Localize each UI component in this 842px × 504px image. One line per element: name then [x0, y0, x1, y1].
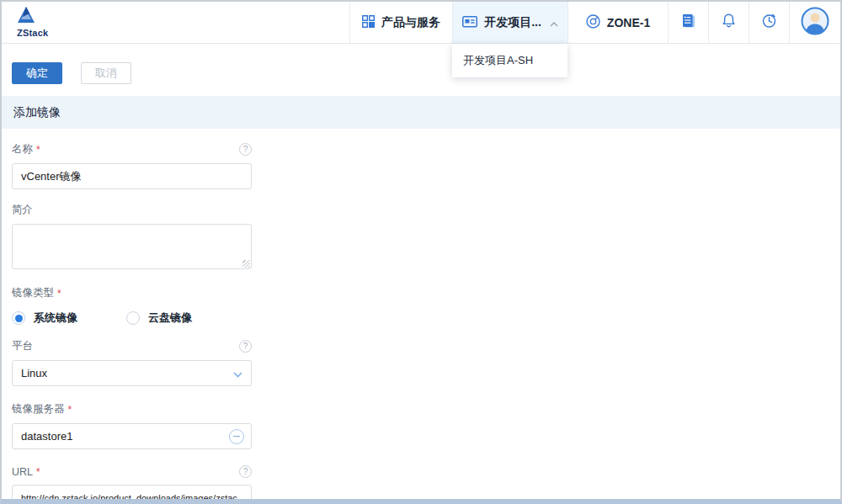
required-mark: *: [68, 404, 72, 416]
section-header: 添加镜像: [2, 96, 840, 129]
required-mark: *: [57, 288, 61, 300]
top-navbar: ZStack 产品与服务: [2, 2, 840, 44]
image-type-label: 镜像类型: [12, 286, 54, 300]
required-mark: *: [36, 144, 40, 156]
nav-user-menu[interactable]: [789, 2, 840, 43]
url-label: URL: [12, 466, 33, 478]
image-server-field[interactable]: datastore1: [12, 423, 252, 449]
zone-icon: [586, 14, 600, 31]
nav-products-services[interactable]: 产品与服务: [349, 2, 452, 43]
document-icon: [680, 13, 697, 33]
history-clock-icon: [761, 13, 777, 32]
chevron-down-icon: [233, 366, 242, 381]
radio-volume-image[interactable]: 云盘镜像: [126, 310, 192, 326]
platform-select[interactable]: Linux: [12, 360, 252, 386]
image-type-radio-group: 系统镜像 云盘镜像: [12, 310, 269, 326]
nav-zone-selector[interactable]: ZONE-1: [568, 2, 668, 43]
avatar: [801, 7, 829, 39]
description-textarea[interactable]: [12, 224, 252, 269]
page-title: 添加镜像: [13, 105, 61, 120]
nav-zone-label: ZONE-1: [607, 16, 650, 29]
description-label-row: 简介: [12, 203, 252, 217]
project-dropdown-item[interactable]: 开发项目A-SH: [452, 47, 568, 74]
app-window: ZStack 产品与服务: [0, 0, 842, 504]
zstack-logo-text: ZStack: [17, 28, 48, 38]
url-label-row: URL * ?: [12, 465, 252, 478]
name-label-row: 名称 * ?: [12, 142, 252, 157]
nav-notifications[interactable]: [708, 2, 749, 43]
radio-selected-icon: [12, 311, 25, 325]
image-server-value: datastore1: [21, 430, 229, 443]
bell-icon: [721, 13, 737, 32]
url-input[interactable]: [12, 485, 252, 504]
chevron-up-icon: [550, 16, 558, 29]
nav-operation-log[interactable]: [668, 2, 708, 43]
zstack-logo-icon: [17, 7, 35, 27]
grid-icon: [362, 15, 375, 30]
project-card-icon: [462, 15, 477, 30]
nav-project-label: 开发项目...: [484, 15, 541, 30]
radio-system-image-label: 系统镜像: [34, 310, 77, 326]
radio-system-image[interactable]: 系统镜像: [12, 310, 77, 326]
image-server-label: 镜像服务器: [12, 402, 65, 416]
platform-label-row: 平台 ?: [12, 339, 252, 353]
platform-label: 平台: [12, 339, 33, 353]
form-toolbar: 确定 取消: [2, 44, 840, 84]
radio-volume-image-label: 云盘镜像: [148, 310, 192, 326]
description-label: 简介: [12, 203, 33, 217]
image-type-label-row: 镜像类型 *: [12, 286, 252, 300]
image-server-label-row: 镜像服务器 *: [12, 402, 252, 416]
project-dropdown-panel: 开发项目A-SH: [452, 44, 568, 77]
nav-products-label: 产品与服务: [381, 15, 440, 30]
navbar-spacer: [103, 2, 349, 43]
platform-help-icon[interactable]: ?: [239, 340, 252, 353]
name-help-icon[interactable]: ?: [239, 143, 252, 156]
remove-server-icon[interactable]: [229, 429, 244, 444]
platform-selected-value: Linux: [21, 367, 233, 379]
cancel-button[interactable]: 取消: [81, 62, 131, 84]
radio-unselected-icon: [126, 311, 140, 325]
url-help-icon[interactable]: ?: [239, 465, 252, 478]
required-mark: *: [36, 466, 40, 478]
name-label: 名称: [12, 142, 33, 157]
name-input[interactable]: [12, 163, 252, 189]
add-image-form: 名称 * ? 简介 镜像类型 * 系统镜像 云盘镜像: [2, 129, 280, 504]
confirm-button[interactable]: 确定: [12, 62, 62, 84]
nav-project-selector[interactable]: 开发项目...: [452, 2, 568, 43]
zstack-logo[interactable]: ZStack: [2, 2, 103, 43]
nav-task-history[interactable]: [749, 2, 789, 43]
